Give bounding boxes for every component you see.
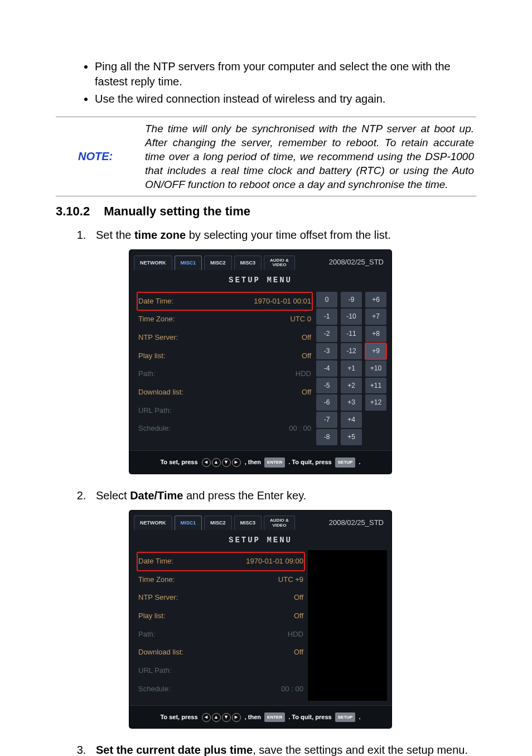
row-download-list[interactable]: Download list:Off xyxy=(137,643,304,662)
help-bar: To set, press ◄ ▲ ▼ ► , then ENTER . To … xyxy=(129,705,391,729)
section-heading: 3.10.2 Manually setting the time xyxy=(56,204,476,219)
help-text: . To quit, press xyxy=(288,459,331,465)
tz-option[interactable]: 0 xyxy=(316,292,337,308)
tz-option[interactable]: -6 xyxy=(316,394,337,411)
step-text: Set the xyxy=(96,229,134,241)
row-value: Off xyxy=(302,331,311,345)
empty-preview-area xyxy=(308,550,387,701)
row-date-time[interactable]: Date Time:1970-01-01 09:00 xyxy=(137,552,304,571)
arrow-right-icon: ► xyxy=(232,713,241,722)
row-label: Time Zone: xyxy=(138,573,175,587)
row-date-time[interactable]: Date Time:1970-01-01 00:01 xyxy=(137,292,312,311)
tz-option[interactable]: +7 xyxy=(365,309,386,325)
row-download-list[interactable]: Download list:Off xyxy=(137,383,312,402)
tz-option[interactable]: -11 xyxy=(341,326,362,342)
bullet-item: Use the wired connection instead of wire… xyxy=(95,92,476,107)
tz-option[interactable]: -1 xyxy=(316,309,337,325)
tz-option[interactable]: -2 xyxy=(316,326,337,342)
help-bar: To set, press ◄ ▲ ▼ ► , then ENTER . To … xyxy=(129,450,391,474)
tz-option[interactable]: -9 xyxy=(341,292,362,308)
row-ntp-server[interactable]: NTP Server:Off xyxy=(137,589,304,607)
tab-av-line2: VIDEO xyxy=(270,523,289,528)
arrow-right-icon: ► xyxy=(232,458,241,467)
row-label: Schedule: xyxy=(138,682,171,696)
note-text: The time will only be synchronised with … xyxy=(145,122,476,191)
timezone-picker: 0 -1 -2 -3 -4 -5 -6 -7 -8 -9 -10 -11 xyxy=(316,290,387,446)
row-time-zone[interactable]: Time Zone:UTC 0 xyxy=(137,310,312,329)
step-text: , save the settings and exit the setup m… xyxy=(253,744,468,756)
tab-misc3[interactable]: MISC3 xyxy=(234,256,262,270)
tz-option[interactable]: +6 xyxy=(365,292,386,308)
row-label: Download list: xyxy=(138,646,183,659)
row-time-zone[interactable]: Time Zone:UTC +9 xyxy=(137,571,304,589)
menu-title: SETUP MENU xyxy=(129,273,391,288)
row-label: NTP Server: xyxy=(138,331,178,345)
row-play-list[interactable]: Play list:Off xyxy=(137,347,312,365)
tab-audio-video[interactable]: AUDIO & VIDEO xyxy=(264,516,295,530)
row-value: 00 : 00 xyxy=(281,682,303,696)
tz-option[interactable]: +4 xyxy=(341,412,362,428)
tab-network[interactable]: NETWORK xyxy=(134,256,172,270)
tz-option[interactable]: -10 xyxy=(341,309,362,325)
row-path: Path:HDD xyxy=(137,625,304,644)
tab-misc1[interactable]: MISC1 xyxy=(175,516,202,530)
tab-misc2[interactable]: MISC2 xyxy=(204,256,232,270)
note-label: NOTE: xyxy=(56,122,145,191)
step-3: Set the current date plus time, save the… xyxy=(89,739,476,756)
step-bold: Set the current date plus time xyxy=(96,744,253,756)
tz-option[interactable]: -5 xyxy=(316,378,337,394)
row-value: HDD xyxy=(296,367,311,381)
row-value: Off xyxy=(302,386,311,399)
row-label: URL Path: xyxy=(138,664,172,678)
steps-list: Set the time zone by selecting your time… xyxy=(56,224,476,756)
tz-option[interactable]: +3 xyxy=(341,394,362,411)
section-number: 3.10.2 xyxy=(56,204,100,219)
tz-option[interactable]: -4 xyxy=(316,360,337,377)
arrow-down-icon: ▼ xyxy=(222,713,231,722)
row-value: HDD xyxy=(288,628,303,642)
arrow-left-icon: ◄ xyxy=(202,713,211,722)
tab-misc1[interactable]: MISC1 xyxy=(175,256,202,270)
arrow-up-icon: ▲ xyxy=(212,458,221,467)
note-block: NOTE: The time will only be synchronised… xyxy=(56,117,476,196)
row-ntp-server[interactable]: NTP Server:Off xyxy=(137,329,312,347)
tz-option[interactable]: +11 xyxy=(365,378,386,394)
keycap-enter: ENTER xyxy=(264,458,285,467)
tz-option[interactable]: +8 xyxy=(365,326,386,342)
tz-option[interactable]: -12 xyxy=(341,343,362,359)
help-text: . xyxy=(359,459,360,465)
tz-option[interactable]: -3 xyxy=(316,343,337,359)
arrow-icons: ◄ ▲ ▼ ► xyxy=(202,458,241,467)
row-value: 00 : 00 xyxy=(289,422,311,436)
bullet-text: Ping all the NTP servers from your compu… xyxy=(95,60,451,88)
tab-misc2[interactable]: MISC2 xyxy=(204,516,232,530)
help-text: . To quit, press xyxy=(288,714,331,720)
row-play-list[interactable]: Play list:Off xyxy=(137,607,304,625)
row-label: Play list: xyxy=(138,349,165,363)
tz-option[interactable]: +2 xyxy=(341,378,362,394)
row-url-path: URL Path: xyxy=(137,662,304,680)
tz-option[interactable]: +12 xyxy=(365,394,386,411)
arrow-left-icon: ◄ xyxy=(202,458,211,467)
section-title: Manually setting the time xyxy=(104,204,250,218)
tz-option-selected[interactable]: +9 xyxy=(365,343,386,359)
tz-option[interactable]: +1 xyxy=(341,360,362,377)
tz-col-1: 0 -1 -2 -3 -4 -5 -6 -7 -8 xyxy=(316,291,338,446)
row-label: Path: xyxy=(138,367,155,381)
tab-misc3[interactable]: MISC3 xyxy=(234,516,262,530)
screenshot-setup-menu-2: NETWORK MISC1 MISC2 MISC3 AUDIO & VIDEO … xyxy=(129,511,391,729)
help-text: , then xyxy=(245,714,261,720)
help-text: , then xyxy=(245,459,261,465)
tz-col-2: -9 -10 -11 -12 +1 +2 +3 +4 +5 xyxy=(340,291,362,446)
tab-network[interactable]: NETWORK xyxy=(134,516,172,530)
tz-option[interactable]: -7 xyxy=(316,412,337,428)
row-url-path: URL Path: xyxy=(137,402,312,420)
bullet-list: Ping all the NTP servers from your compu… xyxy=(56,59,476,107)
arrow-icons: ◄ ▲ ▼ ► xyxy=(202,713,241,722)
tab-audio-video[interactable]: AUDIO & VIDEO xyxy=(264,256,295,270)
row-label: Date Time: xyxy=(138,555,173,569)
tz-option[interactable]: -8 xyxy=(316,429,337,445)
tz-option[interactable]: +5 xyxy=(341,429,362,445)
tab-bar: NETWORK MISC1 MISC2 MISC3 AUDIO & VIDEO … xyxy=(129,250,391,272)
tz-option[interactable]: +10 xyxy=(365,360,386,377)
